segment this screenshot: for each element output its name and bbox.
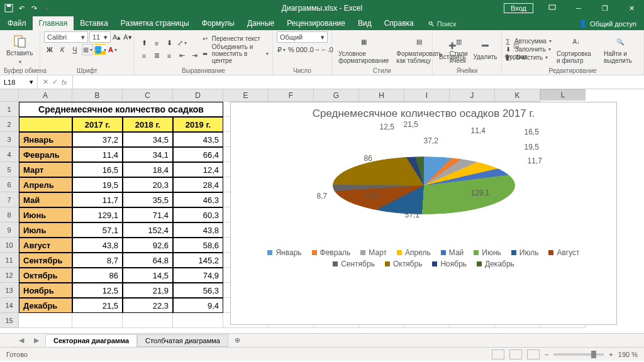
cell[interactable]: 37,2	[72, 132, 123, 147]
login-button[interactable]: Вход	[504, 3, 533, 13]
cell[interactable]: 34,5	[123, 132, 173, 147]
cell[interactable]	[19, 117, 72, 132]
column-header[interactable]: D	[173, 89, 223, 102]
cell[interactable]: Январь	[19, 132, 72, 147]
row-header[interactable]: 9	[0, 222, 19, 238]
cell[interactable]	[72, 313, 123, 328]
column-header[interactable]: F	[269, 89, 314, 102]
row-header[interactable]: 7	[0, 192, 19, 207]
cell[interactable]: Май	[19, 192, 72, 207]
minimize-icon[interactable]: ─	[566, 0, 591, 16]
row-header[interactable]: 12	[0, 268, 19, 283]
cell[interactable]: 58,6	[173, 238, 223, 253]
wrap-text-button[interactable]: ↩ Перенести текст	[203, 35, 269, 42]
delete-cells-button[interactable]: ➖Удалить	[470, 37, 499, 62]
align-center-icon[interactable]: ≣	[151, 50, 162, 62]
align-left-icon[interactable]: ≡	[138, 50, 150, 62]
save-icon[interactable]	[4, 3, 14, 13]
add-sheet-icon[interactable]: ⊕	[228, 334, 247, 346]
tab-help[interactable]: Справка	[378, 16, 420, 30]
cell[interactable]: 20,3	[123, 177, 173, 192]
cell[interactable]: 16,5	[72, 162, 123, 177]
indent-inc-icon[interactable]: ⇥	[189, 50, 200, 62]
cell[interactable]: 145,2	[173, 253, 223, 268]
merge-button[interactable]: ⬌ Объединить и поместить в центре	[203, 43, 269, 64]
paste-button[interactable]: Вставить	[4, 33, 35, 66]
cell[interactable]: 2017 г.	[72, 117, 123, 132]
column-header[interactable]: G	[314, 89, 359, 102]
tab-review[interactable]: Рецензирование	[280, 16, 352, 30]
cancel-fx-icon[interactable]: ✕	[43, 78, 48, 86]
align-bot-icon[interactable]: ⬇	[164, 38, 175, 49]
column-header[interactable]: I	[404, 89, 450, 102]
column-header[interactable]: J	[450, 89, 495, 102]
fx-icon[interactable]: fx	[62, 79, 67, 86]
cell[interactable]: Апрель	[19, 177, 72, 192]
underline-icon[interactable]: Ч	[69, 44, 80, 55]
cell[interactable]: 129,1	[72, 207, 123, 222]
cell[interactable]: 8,7	[72, 253, 123, 268]
share-button[interactable]: 👤 Общий доступ	[571, 17, 644, 30]
cell[interactable]: 43,8	[173, 222, 223, 238]
cell[interactable]: 43,8	[72, 238, 123, 253]
dec-decimal-icon[interactable]: ←.0	[321, 44, 333, 55]
fill-button[interactable]: ⬇ Заполнить	[506, 46, 552, 53]
cond-format-button[interactable]: ▦Условное форматирование	[336, 34, 391, 65]
undo-icon[interactable]: ↶	[16, 3, 26, 13]
cell[interactable]: Среднемесячное количество осадков	[19, 102, 223, 117]
tab-file[interactable]: Файл	[1, 16, 33, 30]
qat-customize-icon[interactable]	[42, 3, 52, 13]
cell[interactable]: 22,3	[123, 298, 173, 313]
page-layout-view-icon[interactable]	[509, 349, 522, 359]
tab-insert[interactable]: Вставка	[74, 16, 114, 30]
row-header[interactable]: 3	[0, 132, 19, 147]
sheet-tab[interactable]: Секторная диаграмма	[45, 334, 137, 347]
cell[interactable]: 46,3	[173, 192, 223, 207]
tab-layout[interactable]: Разметка страницы	[114, 16, 196, 30]
zoom-slider[interactable]	[553, 353, 604, 356]
orientation-icon[interactable]: ⤢	[176, 38, 187, 49]
insert-cells-button[interactable]: ➕Вставить	[436, 37, 468, 62]
cell[interactable]: 18,4	[123, 162, 173, 177]
zoom-in-icon[interactable]: +	[609, 351, 613, 358]
cell[interactable]: Июнь	[19, 207, 72, 222]
sheet-nav-prev-icon[interactable]: ◀	[15, 336, 28, 344]
cell[interactable]: 92,6	[123, 238, 173, 253]
cell[interactable]: Август	[19, 238, 72, 253]
redo-icon[interactable]: ↷	[29, 3, 39, 13]
percent-icon[interactable]: %	[287, 44, 295, 55]
comma-icon[interactable]: 000	[296, 44, 308, 55]
cell[interactable]	[123, 313, 173, 328]
cell[interactable]: 71,4	[123, 207, 173, 222]
cell[interactable]: 9,4	[173, 298, 223, 313]
border-icon[interactable]: ⊞	[82, 44, 93, 55]
cell[interactable]: Февраль	[19, 147, 72, 162]
cell[interactable]: 2019 г.	[173, 117, 223, 132]
sort-filter-button[interactable]: A↓Сортировка и фильтр	[554, 34, 599, 65]
cell[interactable]: 12,5	[72, 283, 123, 298]
row-header[interactable]: 11	[0, 253, 19, 268]
cell[interactable]: Октябрь	[19, 268, 72, 283]
tab-data[interactable]: Данные	[241, 16, 280, 30]
bold-icon[interactable]: Ж	[44, 44, 55, 55]
row-header[interactable]: 2	[0, 117, 19, 132]
zoom-out-icon[interactable]: −	[545, 351, 548, 358]
column-header[interactable]: C	[123, 89, 173, 102]
font-select[interactable]: Calibri▾	[44, 31, 88, 43]
row-header[interactable]: 4	[0, 147, 19, 162]
cell[interactable]: 21,9	[123, 283, 173, 298]
cell[interactable]	[19, 313, 72, 328]
column-header[interactable]: K	[495, 89, 540, 102]
row-header[interactable]: 8	[0, 207, 19, 222]
cell[interactable]: 64,8	[123, 253, 173, 268]
cell[interactable]: 74,9	[173, 268, 223, 283]
sheet-tab[interactable]: Столбчатая диаграмма	[137, 334, 228, 347]
tab-formulas[interactable]: Формулы	[196, 16, 241, 30]
cell[interactable]: Март	[19, 162, 72, 177]
close-icon[interactable]: ✕	[619, 0, 644, 16]
tab-home[interactable]: Главная	[33, 16, 74, 30]
normal-view-icon[interactable]	[492, 349, 504, 359]
cell[interactable]: Ноябрь	[19, 283, 72, 298]
name-box[interactable]: L18▾	[0, 75, 38, 89]
page-break-view-icon[interactable]	[527, 349, 540, 359]
